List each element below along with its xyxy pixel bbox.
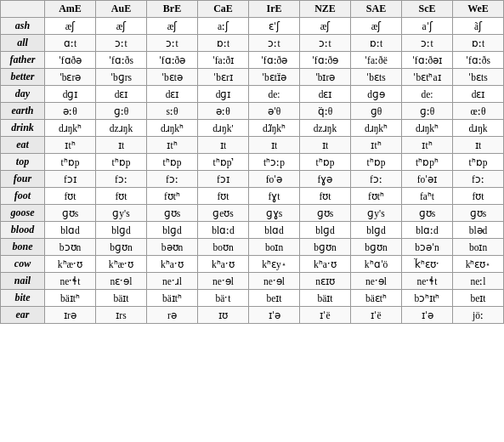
ipa-cell: beɪt xyxy=(453,290,504,307)
ipa-cell: rə xyxy=(147,307,198,324)
ipa-cell: jöː xyxy=(453,307,504,324)
ipa-cell: neˑɘl xyxy=(249,273,300,290)
ipa-cell: ˈfɑːðɘ xyxy=(300,52,351,69)
ipa-cell: fʊt xyxy=(198,188,249,205)
ipa-cell: dɛɪ xyxy=(96,86,147,103)
ipa-cell: ɪˈë xyxy=(351,307,402,324)
ipa-cell: ˈfɑːðs xyxy=(453,52,504,69)
ipa-cell: faʰt xyxy=(402,188,453,205)
ipa-cell: fɣt xyxy=(249,188,300,205)
ipa-cell: bləd xyxy=(453,222,504,239)
ipa-cell: de: xyxy=(402,86,453,103)
ipa-cell: ãʃ xyxy=(453,18,504,35)
dialect-header-aue: AuE xyxy=(96,1,147,18)
ipa-cell: ˈbɪrə xyxy=(300,69,351,86)
ipa-cell: tʰɒp xyxy=(45,154,96,171)
ipa-cell: æʃ xyxy=(45,18,96,35)
ipa-cell: nɛɪʊ xyxy=(300,273,351,290)
ipa-cell: ˈbɛtə xyxy=(147,69,198,86)
word-cell: father xyxy=(1,52,45,69)
ipa-cell: œːθ xyxy=(453,103,504,120)
dialect-header-cae: CaE xyxy=(198,1,249,18)
ipa-cell: neˑɬt xyxy=(45,273,96,290)
ipa-cell: de: xyxy=(249,86,300,103)
ipa-cell: tʰɒp xyxy=(453,154,504,171)
ipa-cell: bäɪtʰ xyxy=(45,290,96,307)
ipa-cell: fʊt xyxy=(300,188,351,205)
ipa-cell: kʰaˑʊ xyxy=(300,256,351,273)
dialect-header-bre: BrE xyxy=(147,1,198,18)
word-cell: nail xyxy=(1,273,45,290)
ipa-cell: ɪt xyxy=(300,137,351,154)
ipa-cell: ɪt xyxy=(198,137,249,154)
table-row: cowkʰæˑʊkʰæˑʊkʰaˑʊkʰaˑʊkʰɛy˔kʰaˑʊkʰɑˈök̈… xyxy=(1,256,504,273)
ipa-cell: blɡd xyxy=(147,222,198,239)
word-cell: blood xyxy=(1,222,45,239)
word-cell: four xyxy=(1,171,45,188)
ipa-cell: tʰɔːp xyxy=(249,154,300,171)
ipa-cell: dɛɪ xyxy=(453,86,504,103)
ipa-cell: fɔː xyxy=(351,171,402,188)
ipa-cell: blɑd xyxy=(249,222,300,239)
word-cell: eat xyxy=(1,137,45,154)
ipa-cell: ɡʊs xyxy=(402,205,453,222)
ipa-cell: dɛɪ xyxy=(147,86,198,103)
ipa-cell: q̈ːθ xyxy=(300,103,351,120)
ipa-cell: k̈ʰɛʊˑ xyxy=(402,256,453,273)
ipa-cell: tʰɒp xyxy=(351,154,402,171)
ipa-cell: ɛˈʃ xyxy=(249,18,300,35)
ipa-cell: ˈbɛrɪ xyxy=(198,69,249,86)
table-row: earɪrəɪrsrəɪʊɪˈəɪˈëɪˈëɪˈəjöː xyxy=(1,307,504,324)
ipa-cell: boʊn xyxy=(198,239,249,256)
ipa-cell: kʰaˑʊ xyxy=(147,256,198,273)
table-row: allɑːtɔːtɔːtɒːtɔːtɔːtɒːtɔːtɒːt xyxy=(1,35,504,52)
ipa-cell: əˈθ xyxy=(249,103,300,120)
ipa-cell: ˈfaːðɪ xyxy=(198,52,249,69)
ipa-cell: dɹŋk xyxy=(453,120,504,137)
word-cell: better xyxy=(1,69,45,86)
ipa-cell: foˈəɪ xyxy=(402,171,453,188)
ipa-cell: ɪt xyxy=(249,137,300,154)
ipa-cell: fɔɪ xyxy=(198,171,249,188)
ipa-cell: dɡɪ xyxy=(45,86,96,103)
table-header: AmEAuEBrECaEIrENZESAEScEWeE xyxy=(1,1,504,18)
ipa-cell: ɡʊs xyxy=(45,205,96,222)
word-cell: cow xyxy=(1,256,45,273)
word-cell: earth xyxy=(1,103,45,120)
table-row: bloodblɑdblɡdblɡdblɑːdblɑdblɡdblɡdblɑːdb… xyxy=(1,222,504,239)
table-row: drinkdɹŋkʰdzɹŋkdɹŋkʰdɹŋk'dɹ̃ŋkʰdzɹŋkdɹŋk… xyxy=(1,120,504,137)
ipa-cell: bɡʊn xyxy=(300,239,351,256)
word-cell: goose xyxy=(1,205,45,222)
table-body: ashæʃæʃæʃaːʃɛˈʃæʃæʃaˈʃãʃallɑːtɔːtɔːtɒːtɔ… xyxy=(1,18,504,324)
ipa-cell: blɑːd xyxy=(402,222,453,239)
ipa-cell: ɡɣs xyxy=(249,205,300,222)
dialect-header-sae: SAE xyxy=(351,1,402,18)
ipa-cell: əːθ xyxy=(198,103,249,120)
ipa-cell: ɪtʰ xyxy=(147,137,198,154)
ipa-cell: neˑɘl xyxy=(351,273,402,290)
ipa-cell: dzɹŋk xyxy=(96,120,147,137)
dialect-header-sce: ScE xyxy=(402,1,453,18)
ipa-cell: fɔː xyxy=(147,171,198,188)
ipa-cell: ɪtʰ xyxy=(402,137,453,154)
word-cell: foot xyxy=(1,188,45,205)
ipa-cell: blɡd xyxy=(300,222,351,239)
ipa-cell: dɹŋkʰ xyxy=(45,120,96,137)
ipa-cell: ˈfaːðë xyxy=(351,52,402,69)
ipa-cell: ɒːt xyxy=(198,35,249,52)
ipa-cell: ɔːt xyxy=(96,35,147,52)
ipa-cell: ɔːt xyxy=(402,35,453,52)
ipa-cell: bɔəˈn xyxy=(402,239,453,256)
word-cell: bite xyxy=(1,290,45,307)
ipa-cell: ɡʊs xyxy=(453,205,504,222)
ipa-cell: fɔɪ xyxy=(45,171,96,188)
ipa-cell: kʰaˑʊ xyxy=(198,256,249,273)
ipa-cell: æʃ xyxy=(300,18,351,35)
ipa-cell: bäɪtʰ xyxy=(147,290,198,307)
ipa-cell: ˈfɑːðəɪ xyxy=(402,52,453,69)
ipa-cell: ɔːt xyxy=(147,35,198,52)
ipa-cell: neˑɬt xyxy=(402,273,453,290)
table-row: gooseɡʊsɡy'sɡʊsɡeʊsɡɣsɡʊsɡy'sɡʊsɡʊs xyxy=(1,205,504,222)
ipa-cell: ˈbɛts xyxy=(351,69,402,86)
ipa-cell: fɔː xyxy=(453,171,504,188)
